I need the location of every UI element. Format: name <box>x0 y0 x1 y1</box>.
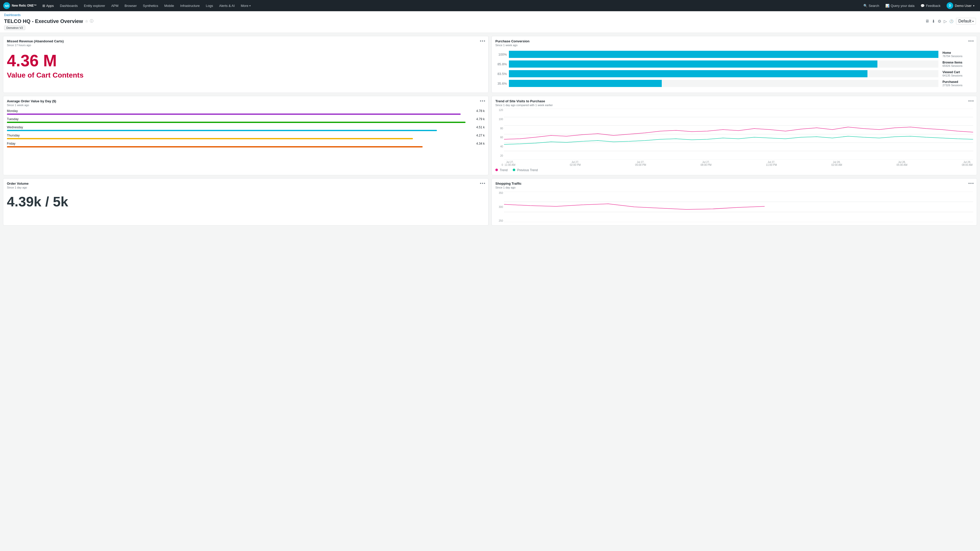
funnel-row-browse: 85.8% Browse Items 65926 Sessions <box>495 60 973 68</box>
nav-more[interactable]: More ▾ <box>239 0 253 11</box>
aov-row-thursday: Thursday4.27 k <box>7 134 485 139</box>
nav-dashboards[interactable]: Dashboards <box>57 0 80 11</box>
shopping-traffic-chart-area <box>504 192 973 222</box>
nav-right-actions: 🔍 Search 📊 Query your data 💬 Feedback D … <box>861 0 977 11</box>
funnel-chart: 100% Home 76794 Sessions 85.8% Browse It… <box>495 51 973 87</box>
aov-menu[interactable]: ••• <box>480 99 486 103</box>
missed-revenue-label: Value of Cart Contents <box>7 71 485 79</box>
chart-icon: 📊 <box>885 4 889 8</box>
chevron-down-icon: ▾ <box>249 4 251 7</box>
aov-subtitle: Since 1 week ago <box>7 103 485 106</box>
shopping-traffic-subtitle: Since 1 day ago <box>495 186 973 189</box>
missed-revenue-title: Missed Revenue (Abandoned Carts) <box>7 39 485 43</box>
search-button[interactable]: 🔍 Search <box>861 0 882 11</box>
order-volume-title: Order Volume <box>7 182 485 186</box>
feedback-button[interactable]: 💬 Feedback <box>918 0 943 11</box>
query-button[interactable]: 📊 Query your data <box>883 0 917 11</box>
missed-revenue-value: 4.36 M <box>7 52 485 70</box>
aov-bars: Monday4.78 k Tuesday4.79 k Wednesday4.51… <box>7 109 485 148</box>
funnel-row-cart: 83.5% Viewed Cart 64135 Sessions <box>495 70 973 77</box>
trend-chart-area <box>504 109 973 160</box>
download-icon[interactable]: ⬇ <box>932 19 935 24</box>
purchase-conversion-menu[interactable]: ••• <box>968 39 974 43</box>
purchase-conversion-title: Purchase Conversion <box>495 39 973 43</box>
aov-title: Average Order Value by Day ($) <box>7 99 485 103</box>
info-icon[interactable]: ⓘ <box>90 19 94 24</box>
nav-apps[interactable]: ⊞ Apps <box>40 0 56 11</box>
monitor-icon[interactable]: 🖥 <box>925 19 929 24</box>
prev-trend-legend-dot <box>513 168 515 171</box>
navbar: NR New Relic ONE™ ⊞ Apps Dashboards Enti… <box>0 0 980 11</box>
nav-browser[interactable]: Browser <box>122 0 139 11</box>
aov-row-monday: Monday4.78 k <box>7 109 485 115</box>
nav-apm[interactable]: APM <box>109 0 121 11</box>
aov-row-tuesday: Tuesday4.79 k <box>7 118 485 123</box>
aov-row-wednesday: Wednesday4.51 k <box>7 125 485 131</box>
trend-legend-dot <box>495 168 498 171</box>
widget-purchase-conversion: Purchase Conversion Since 1 week ago •••… <box>492 36 977 93</box>
user-chevron-icon: ▾ <box>973 4 974 7</box>
breadcrumb[interactable]: Dashboards <box>4 13 976 17</box>
brand-text: New Relic ONE™ <box>12 4 37 7</box>
title-icons: ☆ ⓘ <box>85 19 94 24</box>
purchase-conversion-subtitle: Since 1 week ago <box>495 44 973 47</box>
aov-row-friday: Friday4.34 k <box>7 142 485 148</box>
missed-revenue-menu[interactable]: ••• <box>480 39 486 43</box>
funnel-row-home: 100% Home 76794 Sessions <box>495 51 973 58</box>
shopping-traffic-title: Shopping Traffic <box>495 182 973 186</box>
widget-aov-by-day: Average Order Value by Day ($) Since 1 w… <box>3 96 488 175</box>
nav-entity-explorer[interactable]: Entity explorer <box>81 0 108 11</box>
play-icon[interactable]: ▷ <box>944 19 947 24</box>
page-header: Dashboards TELCO HQ - Executive Overview… <box>0 11 980 33</box>
apps-grid-icon: ⊞ <box>42 4 45 8</box>
trend-title: Trend of Site Visits to Purchase <box>495 99 973 103</box>
search-icon: 🔍 <box>863 4 867 8</box>
brand-logo[interactable]: NR New Relic ONE™ <box>3 2 37 9</box>
widget-missed-revenue: Missed Revenue (Abandoned Carts) Since 1… <box>3 36 488 93</box>
default-chevron-icon: ▾ <box>972 20 974 23</box>
star-icon[interactable]: ☆ <box>85 19 88 23</box>
dashboard-grid: Missed Revenue (Abandoned Carts) Since 1… <box>0 33 980 229</box>
gear-icon[interactable]: ⚙ <box>938 19 941 24</box>
nav-mobile[interactable]: Mobile <box>162 0 177 11</box>
order-volume-menu[interactable]: ••• <box>480 181 486 186</box>
feedback-icon: 💬 <box>921 4 924 8</box>
widget-order-volume: Order Volume Since 1 day ago ••• 4.39k /… <box>3 178 488 225</box>
env-badge[interactable]: Demotron V2 <box>4 25 25 30</box>
shopping-traffic-y-labels: 350300250 <box>495 192 503 222</box>
avatar: D <box>947 2 953 9</box>
default-button[interactable]: Default ▾ <box>956 18 976 24</box>
funnel-row-purchased: 35.6% Purchased 27326 Sessions <box>495 80 973 87</box>
nav-logs[interactable]: Logs <box>204 0 216 11</box>
missed-revenue-subtitle: Since 17 hours ago <box>7 44 485 47</box>
shopping-traffic-chart-container: 350300250 <box>495 192 973 222</box>
trend-y-labels: 120100806040200 <box>495 109 503 166</box>
order-volume-value: 4.39k / 5k <box>7 194 485 209</box>
trend-chart-container: 120100806040200 <box>495 109 973 166</box>
clock-icon: 🕐 <box>950 19 953 23</box>
nav-synthetics[interactable]: Synthetics <box>140 0 161 11</box>
nav-alerts-ai[interactable]: Alerts & AI <box>217 0 237 11</box>
svg-text:NR: NR <box>5 4 9 7</box>
header-actions: 🖥 ⬇ ⚙ ▷ 🕐 Default ▾ <box>925 18 976 24</box>
trend-menu[interactable]: ••• <box>968 99 974 103</box>
widget-shopping-traffic: Shopping Traffic Since 1 day ago ••• 350… <box>492 178 977 225</box>
page-title: TELCO HQ - Executive Overview <box>4 18 83 24</box>
trend-x-labels: Jul 27,11:00 AM Jul 27,02:00 PM Jul 27,0… <box>504 161 973 166</box>
order-volume-subtitle: Since 1 day ago <box>7 186 485 189</box>
shopping-traffic-menu[interactable]: ••• <box>968 181 974 186</box>
widget-trend: Trend of Site Visits to Purchase Since 1… <box>492 96 977 175</box>
trend-legend: Trend Previous Trend <box>495 168 973 172</box>
nav-infrastructure[interactable]: Infrastructure <box>178 0 202 11</box>
user-menu[interactable]: D Demo User ▾ <box>944 0 977 11</box>
trend-subtitle: Since 1 day ago compared with 1 week ear… <box>495 103 973 106</box>
